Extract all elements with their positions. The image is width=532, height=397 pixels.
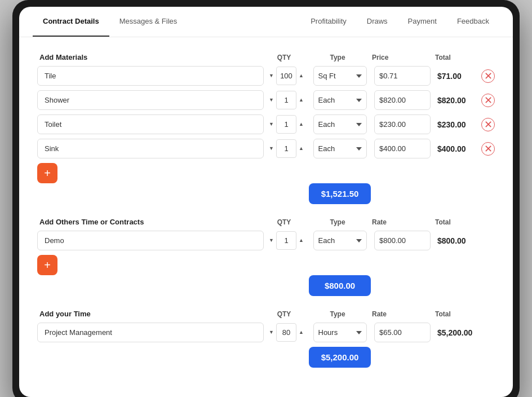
tab-draws[interactable]: Draws <box>357 7 398 37</box>
tile-qty-up-arrows: ▲ <box>298 73 305 79</box>
nav-tabs: Contract Details Messages & Files Profit… <box>19 7 513 37</box>
toilet-total-cell: $230.00 ✕ <box>433 118 495 131</box>
tile-total: $71.00 <box>437 72 462 81</box>
content-area: Add Materials QTY Type Price Total ▼ <box>19 37 513 397</box>
demo-name-input[interactable] <box>37 231 264 250</box>
pm-type-select[interactable]: Hours Each Sq Ft <box>313 323 367 342</box>
sink-remove-btn[interactable]: ✕ <box>481 142 495 156</box>
tab-payment[interactable]: Payment <box>398 7 447 37</box>
others-time-header: Add Others Time or Contracts QTY Type Ra… <box>37 218 495 226</box>
others-col-type: Type <box>307 218 369 226</box>
shower-qty-input[interactable] <box>276 91 296 109</box>
pm-total-cell: $5,200.00 <box>433 328 495 337</box>
your-time-col-qty: QTY <box>261 310 307 318</box>
your-time-section: Add your Time QTY Type Rate Total ▼ ▲ <box>37 310 495 368</box>
pm-rate-input[interactable] <box>374 323 431 342</box>
others-add-btn[interactable]: + <box>37 255 57 275</box>
tile-qty-up-btn[interactable]: ▲ <box>298 73 305 79</box>
tile-name-input[interactable] <box>37 66 264 86</box>
sink-qty-up-btn[interactable]: ▲ <box>298 145 305 152</box>
your-time-row-pm: ▼ ▲ Hours Each Sq Ft $5,200.00 <box>37 323 495 342</box>
others-col-rate: Rate <box>369 218 431 226</box>
tile-price-input[interactable] <box>374 66 431 86</box>
pm-qty-down-btn[interactable]: ▼ <box>268 329 275 336</box>
toilet-qty-up-btn[interactable]: ▲ <box>298 121 305 127</box>
tab-messages-files[interactable]: Messages & Files <box>109 7 188 37</box>
demo-total: $800.00 <box>437 236 466 245</box>
materials-row-toilet: ▼ ▲ Each Sq Ft Hours $230.00 <box>37 114 495 134</box>
materials-col-total: Total <box>431 54 493 61</box>
tile-total-cell: $71.00 ✕ <box>433 69 495 83</box>
materials-title: Add Materials <box>39 53 261 61</box>
shower-total-cell: $820.00 ✕ <box>433 94 495 107</box>
shower-qty-up-btn[interactable]: ▲ <box>298 97 305 103</box>
tab-contract-details[interactable]: Contract Details <box>33 7 109 37</box>
sink-name-input[interactable] <box>37 139 264 158</box>
shower-type-select[interactable]: Each Sq Ft Hours <box>313 90 367 110</box>
demo-total-cell: $800.00 <box>433 236 495 245</box>
your-time-col-total: Total <box>431 310 493 318</box>
your-time-col-rate: Rate <box>369 310 431 318</box>
your-time-title: Add your Time <box>39 310 261 318</box>
tab-profitability[interactable]: Profitability <box>300 7 357 37</box>
toilet-qty-down-btn[interactable]: ▼ <box>268 121 275 127</box>
toilet-type-select[interactable]: Each Sq Ft Hours <box>313 114 367 134</box>
toilet-qty-cell: ▼ ▲ <box>264 115 309 134</box>
sink-type-select[interactable]: Each Sq Ft Hours <box>313 139 367 158</box>
others-col-qty: QTY <box>261 218 307 226</box>
toilet-price-input[interactable] <box>374 114 431 134</box>
materials-row-shower: ▼ ▲ Each Sq Ft Hours $820.00 <box>37 90 495 110</box>
shower-qty-down-btn[interactable]: ▼ <box>268 97 275 103</box>
demo-qty-cell: ▼ ▲ <box>264 231 309 250</box>
sink-total: $400.00 <box>437 144 466 153</box>
materials-row-tile: ▼ ▲ Sq Ft Each Hours <box>37 66 495 86</box>
tile-type-select[interactable]: Sq Ft Each Hours <box>313 66 367 86</box>
materials-col-type: Type <box>307 54 369 61</box>
pm-qty-cell: ▼ ▲ <box>264 323 309 342</box>
sink-qty-input[interactable] <box>276 139 296 158</box>
shower-total: $820.00 <box>437 96 466 105</box>
pm-qty-input[interactable] <box>276 323 296 342</box>
tile-qty-down-btn[interactable]: ▼ <box>268 73 275 79</box>
others-footer: + $800.00 <box>37 255 495 296</box>
others-time-title: Add Others Time or Contracts <box>39 218 261 226</box>
toilet-name-input[interactable] <box>37 114 264 134</box>
tile-remove-btn[interactable]: ✕ <box>481 69 495 83</box>
materials-section-total: $1,521.50 <box>309 183 371 204</box>
pm-name-input[interactable] <box>37 323 264 342</box>
materials-col-price: Price <box>369 54 431 61</box>
demo-rate-input[interactable] <box>374 231 431 250</box>
toilet-total: $230.00 <box>437 120 466 129</box>
tile-qty-arrows: ▼ <box>268 73 275 79</box>
shower-qty-cell: ▼ ▲ <box>264 91 309 109</box>
others-section-total: $800.00 <box>309 275 371 296</box>
demo-qty-up-btn[interactable]: ▲ <box>298 237 305 244</box>
tile-qty-input[interactable] <box>276 67 296 85</box>
shower-remove-btn[interactable]: ✕ <box>481 94 495 107</box>
toilet-qty-input[interactable] <box>276 115 296 134</box>
materials-header: Add Materials QTY Type Price Total <box>37 53 495 61</box>
tile-qty-cell: ▼ ▲ <box>264 67 309 85</box>
sink-qty-down-btn[interactable]: ▼ <box>268 145 275 152</box>
demo-qty-down-btn[interactable]: ▼ <box>268 237 275 244</box>
others-time-section: Add Others Time or Contracts QTY Type Ra… <box>37 218 495 296</box>
your-time-col-type: Type <box>307 310 369 318</box>
demo-type-select[interactable]: Each Sq Ft Hours <box>313 231 367 250</box>
your-time-footer: $5,200.00 <box>37 347 495 368</box>
demo-qty-input[interactable] <box>276 231 296 250</box>
materials-add-btn[interactable]: + <box>37 163 57 183</box>
tab-feedback[interactable]: Feedback <box>447 7 499 37</box>
toilet-remove-btn[interactable]: ✕ <box>481 118 495 131</box>
device-inner: Contract Details Messages & Files Profit… <box>19 7 513 397</box>
pm-qty-up-btn[interactable]: ▲ <box>298 329 305 336</box>
shower-price-input[interactable] <box>374 90 431 110</box>
your-time-section-total: $5,200.00 <box>309 347 371 368</box>
sink-price-input[interactable] <box>374 139 431 158</box>
device-frame: Contract Details Messages & Files Profit… <box>12 0 520 397</box>
shower-name-input[interactable] <box>37 90 264 110</box>
others-row-demo: ▼ ▲ Each Sq Ft Hours $800.00 <box>37 231 495 250</box>
sink-total-cell: $400.00 ✕ <box>433 142 495 156</box>
materials-footer: + $1,521.50 <box>37 163 495 204</box>
materials-section: Add Materials QTY Type Price Total ▼ <box>37 53 495 204</box>
materials-row-sink: ▼ ▲ Each Sq Ft Hours $400.00 <box>37 139 495 158</box>
